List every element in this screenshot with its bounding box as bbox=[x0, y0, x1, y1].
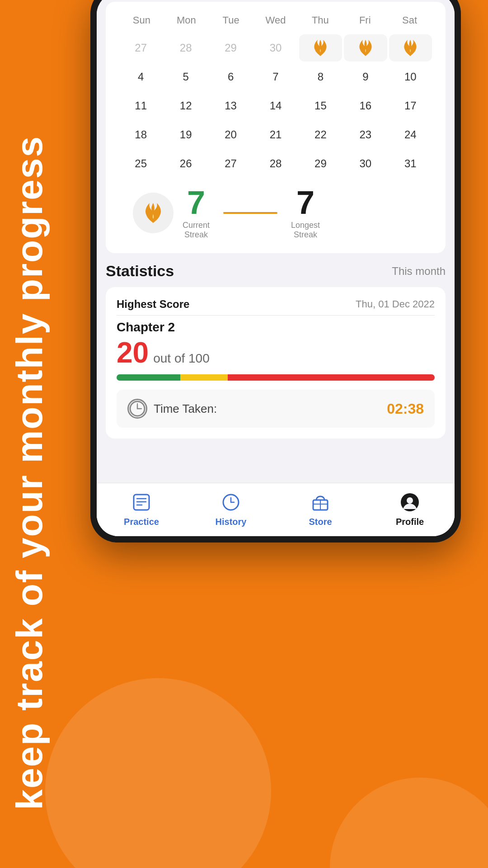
cal-cell: 18 bbox=[119, 121, 162, 148]
cal-cell: 4 bbox=[119, 63, 162, 90]
screen-content: Sun Mon Tue Wed Thu Fri Sat 27 28 29 30 bbox=[97, 0, 455, 536]
cal-cell: 31 bbox=[389, 150, 432, 177]
cal-cell-fire bbox=[299, 34, 342, 61]
cal-cell: 8 bbox=[299, 63, 342, 90]
calendar-section: Sun Mon Tue Wed Thu Fri Sat 27 28 29 30 bbox=[106, 2, 446, 253]
time-taken-box: Time Taken: 02:38 bbox=[117, 390, 435, 428]
cal-cell: 30 bbox=[344, 150, 387, 177]
cal-cell: 11 bbox=[119, 92, 162, 119]
cal-header-wed: Wed bbox=[253, 11, 298, 30]
streak-section: 7 CurrentStreak 7 LongestStreak bbox=[133, 186, 418, 240]
time-value: 02:38 bbox=[387, 401, 424, 417]
background-text: keep track of your monthly progress bbox=[9, 136, 99, 810]
cal-cell: 19 bbox=[164, 121, 207, 148]
cal-cell: 22 bbox=[299, 121, 342, 148]
stats-title: Statistics bbox=[106, 262, 174, 280]
nav-item-history[interactable]: History bbox=[186, 491, 276, 527]
time-taken-label: Time Taken: bbox=[154, 402, 217, 416]
current-streak-item: 7 CurrentStreak bbox=[183, 186, 210, 240]
cal-cell: 29 bbox=[209, 34, 252, 61]
chapter-label: Chapter 2 bbox=[117, 320, 435, 335]
stats-divider bbox=[117, 315, 435, 316]
cal-header-sun: Sun bbox=[119, 11, 164, 30]
cal-cell: 21 bbox=[254, 121, 297, 148]
nav-label-profile: Profile bbox=[396, 517, 424, 527]
nav-item-store[interactable]: Store bbox=[276, 491, 365, 527]
stats-header: Statistics This month bbox=[106, 262, 446, 280]
cal-header-tue: Tue bbox=[209, 11, 253, 30]
progress-yellow bbox=[180, 374, 228, 381]
svg-point-0 bbox=[130, 401, 145, 416]
clock-icon bbox=[127, 399, 147, 419]
spacer bbox=[97, 439, 455, 483]
progress-red bbox=[228, 374, 435, 381]
phone-mockup: Sun Mon Tue Wed Thu Fri Sat 27 28 29 30 bbox=[90, 0, 461, 542]
stats-card: Highest Score Thu, 01 Dec 2022 Chapter 2… bbox=[106, 287, 446, 439]
profile-icon bbox=[398, 491, 422, 514]
cal-cell-fire bbox=[344, 34, 387, 61]
cal-cell: 27 bbox=[209, 150, 252, 177]
stats-period: This month bbox=[392, 265, 446, 278]
cal-cell: 13 bbox=[209, 92, 252, 119]
cal-cell: 14 bbox=[254, 92, 297, 119]
nav-label-history: History bbox=[216, 517, 247, 527]
cal-cell-fire bbox=[389, 34, 432, 61]
nav-label-practice: Practice bbox=[124, 517, 159, 527]
score-row: 20 out of 100 bbox=[117, 338, 435, 367]
cal-header-thu: Thu bbox=[298, 11, 343, 30]
stats-row-top: Highest Score Thu, 01 Dec 2022 bbox=[117, 298, 435, 311]
longest-streak-label: LongestStreak bbox=[291, 221, 320, 240]
cal-cell: 16 bbox=[344, 92, 387, 119]
statistics-section: Statistics This month Highest Score Thu,… bbox=[97, 253, 455, 439]
cal-cell: 20 bbox=[209, 121, 252, 148]
bottom-nav: Practice History bbox=[97, 483, 455, 536]
cal-header-fri: Fri bbox=[343, 11, 387, 30]
cal-cell: 10 bbox=[389, 63, 432, 90]
cal-cell: 12 bbox=[164, 92, 207, 119]
cal-cell: 25 bbox=[119, 150, 162, 177]
cal-header-mon: Mon bbox=[164, 11, 209, 30]
streak-flame-icon bbox=[133, 193, 174, 233]
cal-cell: 24 bbox=[389, 121, 432, 148]
current-streak-label: CurrentStreak bbox=[183, 221, 210, 240]
cal-cell: 30 bbox=[254, 34, 297, 61]
streak-divider bbox=[223, 212, 277, 214]
cal-header-sat: Sat bbox=[387, 11, 432, 30]
highest-score-label: Highest Score bbox=[117, 298, 189, 311]
longest-streak-number: 7 bbox=[296, 186, 314, 219]
cal-cell: 9 bbox=[344, 63, 387, 90]
svg-point-14 bbox=[407, 497, 413, 504]
score-number: 20 bbox=[117, 338, 149, 367]
cal-cell: 27 bbox=[119, 34, 162, 61]
cal-cell: 5 bbox=[164, 63, 207, 90]
practice-icon bbox=[130, 491, 153, 514]
store-icon bbox=[309, 491, 332, 514]
progress-green bbox=[117, 374, 180, 381]
calendar-header: Sun Mon Tue Wed Thu Fri Sat bbox=[119, 11, 432, 30]
cal-cell: 29 bbox=[299, 150, 342, 177]
stats-date: Thu, 01 Dec 2022 bbox=[356, 298, 435, 310]
streak-info: 7 CurrentStreak 7 LongestStreak bbox=[183, 186, 418, 240]
time-taken-left: Time Taken: bbox=[127, 399, 217, 419]
history-icon bbox=[219, 491, 243, 514]
calendar-grid: 27 28 29 30 bbox=[119, 34, 432, 177]
longest-streak-item: 7 LongestStreak bbox=[291, 186, 320, 240]
cal-cell: 7 bbox=[254, 63, 297, 90]
current-streak-number: 7 bbox=[187, 186, 205, 219]
cal-cell: 28 bbox=[254, 150, 297, 177]
nav-item-profile[interactable]: Profile bbox=[365, 491, 455, 527]
nav-label-store: Store bbox=[309, 517, 332, 527]
cal-cell: 28 bbox=[164, 34, 207, 61]
cal-cell: 6 bbox=[209, 63, 252, 90]
score-out-of: out of 100 bbox=[153, 351, 210, 366]
cal-cell: 17 bbox=[389, 92, 432, 119]
progress-bar bbox=[117, 374, 435, 381]
cal-cell: 26 bbox=[164, 150, 207, 177]
nav-item-practice[interactable]: Practice bbox=[97, 491, 186, 527]
cal-cell: 23 bbox=[344, 121, 387, 148]
phone-screen: Sun Mon Tue Wed Thu Fri Sat 27 28 29 30 bbox=[97, 0, 455, 536]
cal-cell: 15 bbox=[299, 92, 342, 119]
